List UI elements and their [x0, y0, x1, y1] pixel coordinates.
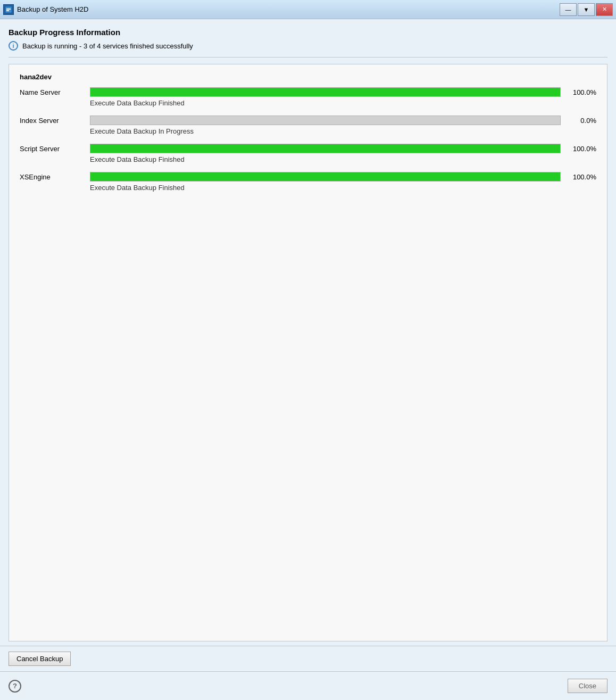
- status-row: i Backup is running - 3 of 4 services fi…: [9, 41, 607, 51]
- progress-panel: hana2dev Name Server100.0%Execute Data B…: [9, 64, 607, 641]
- progress-percent: 100.0%: [567, 173, 596, 181]
- info-icon: i: [9, 41, 18, 51]
- service-label: Script Server: [20, 145, 84, 153]
- footer: ? Close: [0, 671, 616, 700]
- service-label: Name Server: [20, 88, 84, 96]
- service-row: Index Server0.0%: [20, 116, 596, 125]
- header-section: Backup Progress Information i Backup is …: [9, 28, 607, 57]
- progress-bar-container: [90, 116, 561, 125]
- services-container: Name Server100.0%Execute Data Backup Fin…: [20, 87, 596, 192]
- close-button[interactable]: Close: [568, 679, 607, 693]
- progress-percent: 0.0%: [567, 117, 596, 125]
- main-content: Backup Progress Information i Backup is …: [0, 19, 616, 646]
- system-name: hana2dev: [20, 73, 596, 81]
- bottom-buttons-area: Cancel Backup: [0, 646, 616, 671]
- service-block: XSEngine100.0%Execute Data Backup Finish…: [20, 172, 596, 192]
- dropdown-button[interactable]: ▼: [578, 3, 595, 16]
- service-status-text: Execute Data Backup Finished: [90, 184, 596, 192]
- service-status-text: Execute Data Backup Finished: [90, 99, 596, 107]
- service-block: Name Server100.0%Execute Data Backup Fin…: [20, 87, 596, 107]
- service-row: Name Server100.0%: [20, 87, 596, 97]
- svg-rect-2: [6, 10, 9, 11]
- title-bar-left: Backup of System H2D: [3, 4, 88, 15]
- svg-rect-1: [6, 9, 11, 10]
- cancel-backup-button[interactable]: Cancel Backup: [9, 652, 71, 666]
- page-title: Backup Progress Information: [9, 28, 607, 37]
- service-label: XSEngine: [20, 173, 84, 181]
- progress-bar: [90, 88, 560, 96]
- service-label: Index Server: [20, 117, 84, 125]
- service-block: Index Server0.0%Execute Data Backup In P…: [20, 116, 596, 135]
- progress-bar-container: [90, 172, 561, 182]
- help-icon[interactable]: ?: [9, 680, 21, 693]
- status-text: Backup is running - 3 of 4 services fini…: [22, 42, 193, 50]
- service-row: XSEngine100.0%: [20, 172, 596, 182]
- service-status-text: Execute Data Backup Finished: [90, 155, 596, 163]
- minimize-button[interactable]: —: [560, 3, 577, 16]
- close-window-button[interactable]: ✕: [596, 3, 613, 16]
- title-bar: Backup of System H2D — ▼ ✕: [0, 0, 616, 19]
- window-title: Backup of System H2D: [17, 5, 88, 13]
- window-controls: — ▼ ✕: [560, 3, 613, 16]
- service-row: Script Server100.0%: [20, 144, 596, 153]
- progress-percent: 100.0%: [567, 145, 596, 153]
- progress-bar-container: [90, 144, 561, 153]
- progress-percent: 100.0%: [567, 88, 596, 96]
- service-block: Script Server100.0%Execute Data Backup F…: [20, 144, 596, 163]
- progress-bar-container: [90, 87, 561, 97]
- service-status-text: Execute Data Backup In Progress: [90, 127, 596, 135]
- progress-bar: [90, 172, 560, 181]
- progress-bar: [90, 144, 560, 153]
- app-icon: [3, 4, 14, 15]
